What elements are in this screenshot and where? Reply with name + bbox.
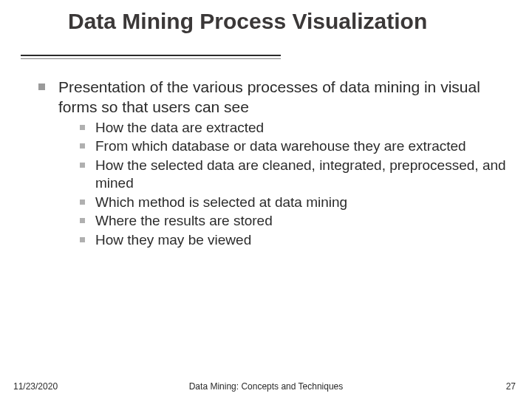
footer-center-text: Data Mining: Concepts and Techniques	[0, 381, 532, 392]
square-bullet-icon	[80, 200, 85, 205]
square-bullet-icon	[80, 237, 85, 242]
square-bullet-icon	[80, 218, 85, 223]
content-area: Presentation of the various processes of…	[0, 55, 532, 249]
bullet-level2: How the data are extracted	[80, 119, 511, 137]
slide-title: Data Mining Process Visualization	[68, 9, 532, 34]
title-underline-icon	[21, 55, 281, 59]
footer-date: 11/23/2020	[13, 381, 58, 392]
bullet-level2-text: How the data are extracted	[95, 119, 264, 137]
slide: Data Mining Process Visualization Presen…	[0, 0, 532, 399]
footer: 11/23/2020 Data Mining: Concepts and Tec…	[0, 381, 532, 392]
bullet-level2-list: How the data are extracted From which da…	[38, 119, 511, 249]
bullet-level2-text: From which database or data warehouse th…	[95, 137, 466, 155]
bullet-level1: Presentation of the various processes of…	[38, 77, 511, 117]
bullet-level2-text: How they may be viewed	[95, 231, 251, 249]
footer-page-number: 27	[506, 381, 516, 392]
bullet-level2-text: Which method is selected at data mining	[95, 194, 347, 211]
bullet-level2: Which method is selected at data mining	[80, 194, 511, 211]
bullet-level2-text: How the selected data are cleaned, integ…	[95, 157, 511, 192]
square-bullet-icon	[38, 83, 45, 90]
square-bullet-icon	[80, 163, 85, 168]
title-area: Data Mining Process Visualization	[0, 0, 532, 55]
bullet-level1-text: Presentation of the various processes of…	[58, 77, 511, 117]
square-bullet-icon	[80, 125, 85, 130]
bullet-level2: Where the results are stored	[80, 212, 511, 230]
square-bullet-icon	[80, 143, 85, 149]
bullet-level2: How they may be viewed	[80, 231, 511, 249]
bullet-level2-text: Where the results are stored	[95, 212, 273, 230]
bullet-level2: From which database or data warehouse th…	[80, 137, 511, 155]
bullet-level2: How the selected data are cleaned, integ…	[80, 157, 511, 192]
